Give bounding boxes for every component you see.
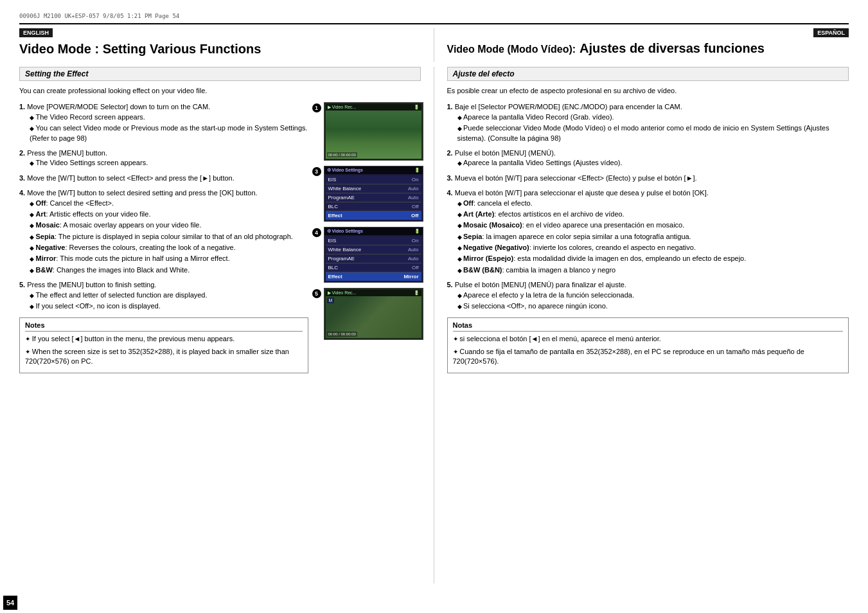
english-note-2: When the screen size is set to 352(352×2… <box>25 347 303 367</box>
step1-bullet2: You can select Video mode or Previous mo… <box>30 123 308 143</box>
spanish-step-2: 2. Pulse el botón [MENU] (MENÚ). Aparece… <box>447 148 849 168</box>
cam-step-1-num: 1 <box>312 103 321 112</box>
es-step4-b-sepia: Sepia: la imagen aparece en color sepia … <box>457 232 849 242</box>
es-step2-text: Pulse el botón [MENU] (MENÚ). <box>455 149 556 157</box>
step4-bullet-bw: B&W: Changes the images into Black and W… <box>30 265 308 275</box>
step4-bullet-mosaic: Mosaic: A mosaic overlay appears on your… <box>30 220 308 230</box>
camera-screens-english: 1 ▶ Video Rec... 🔋 00:00 / 00:00:00 <box>315 102 421 373</box>
cam-step-3-num: 3 <box>312 167 321 176</box>
step5-bullet1: The effect and letter of selected functi… <box>30 290 308 300</box>
step4-num: 4. <box>19 189 25 197</box>
cam-screen-4: 4 ⚙ Video Settings 🔋 EISOn <box>324 227 421 283</box>
step5-bullet2: If you select <Off>, no icon is displaye… <box>30 301 308 311</box>
spanish-title-line2: Ajustes de diversas funciones <box>580 41 765 56</box>
es-step5-text: Pulse el botón [MENU] (MENÚ) para finali… <box>455 281 626 289</box>
step4-bullet-negative: Negative: Reverses the colours, creating… <box>30 243 308 253</box>
spanish-note-2: Cuando se fija el tamaño de pantalla en … <box>453 347 844 367</box>
spanish-notes-box: Notas si selecciona el botón [◄] en el m… <box>447 317 849 373</box>
spanish-step-4: 4. Mueva el botón [W/T] para seleccionar… <box>447 188 849 275</box>
step4-bullet-art: Art: Artistic effects on your video file… <box>30 209 308 219</box>
step4-bullet-mirror: Mirror: This mode cuts the picture in ha… <box>30 254 308 263</box>
es-step4-b-mirror: Mirror (Espejo): esta modalidad divide l… <box>457 254 849 263</box>
english-notes-box: Notes If you select [◄] button in the me… <box>19 317 308 373</box>
page-container: 00906J M2100 UK+ESP-057 9/8/05 1:21 PM P… <box>0 0 868 613</box>
spanish-intro: Es posible crear un efecto de aspecto pr… <box>447 86 849 96</box>
es-step4-text: Mueva el botón [W/T] para seleccionar el… <box>455 189 709 197</box>
english-step-1: 1. Move [POWER/MODE Selector] down to tu… <box>19 102 308 143</box>
step3-num: 3. <box>19 174 25 182</box>
es-step2-b1: Aparece la pantalla Video Settings (Ajus… <box>457 158 849 168</box>
es-step1-b1: Aparece la pantalla Video Record (Grab. … <box>457 112 849 122</box>
spanish-steps: 1. Baje el [Selector POWER/MODE] (ENC./M… <box>447 102 849 373</box>
es-step1-text: Baje el [Selector POWER/MODE] (ENC./MODO… <box>455 103 682 111</box>
spanish-step-5: 5. Pulse el botón [MENU] (MENÚ) para fin… <box>447 280 849 311</box>
step1-num: 1. <box>19 103 25 111</box>
step5-num: 5. <box>19 281 25 289</box>
english-badge: ENGLISH <box>19 28 53 37</box>
step2-num: 2. <box>19 149 25 157</box>
english-column: Setting the Effect You can create profes… <box>19 67 434 583</box>
es-step4-b-negative: Negative (Negativo): invierte los colore… <box>457 243 849 253</box>
spanish-step-3: 3. Mueva el botón [W/T] para seleccionar… <box>447 173 849 183</box>
step1-text: Move [POWER/MODE Selector] down to turn … <box>27 103 210 111</box>
step4-bullet-off: Off: Cancel the <Effect>. <box>30 199 308 208</box>
es-step4-b-art: Art (Arte): efectos artísticos en el arc… <box>457 209 849 219</box>
english-step-3: 3. Move the [W/T] button to select <Effe… <box>19 173 308 183</box>
english-steps: 1. Move [POWER/MODE Selector] down to tu… <box>19 102 308 373</box>
step4-bullet-sepia: Sepia: The picture is displayed in sepia… <box>30 232 308 242</box>
cam-screen-3: 3 ⚙ Video Settings 🔋 EISOn <box>324 166 421 222</box>
cam-screen-5: 5 ▶ Video Rec... 🔋 M 00:00 / 00:00:00 <box>324 288 421 340</box>
spanish-title-line1: Video Mode (Modo Vídeo): <box>447 44 576 55</box>
english-note-1: If you select [◄] button in the menu, th… <box>25 334 303 344</box>
cam-step-4-num: 4 <box>312 228 321 237</box>
english-intro: You can create professional looking effe… <box>19 86 421 96</box>
top-bar: 00906J M2100 UK+ESP-057 9/8/05 1:21 PM P… <box>19 13 849 19</box>
es-step4-b-off: Off: cancela el efecto. <box>457 199 849 208</box>
english-section-header: Setting the Effect <box>19 67 421 81</box>
es-step3-text: Mueva el botón [W/T] para seleccionar <E… <box>455 174 697 182</box>
english-step-2: 2. Press the [MENU] button. The Video Se… <box>19 148 308 168</box>
spanish-column: Ajuste del efecto Es posible crear un ef… <box>434 67 849 583</box>
step1-bullet1: The Video Record screen appears. <box>30 112 308 122</box>
step2-text: Press the [MENU] button. <box>27 149 107 157</box>
english-step-4: 4. Move the [W/T] button to select desir… <box>19 188 308 275</box>
es-step5-b2: Si selecciona <Off>, no aparece ningún i… <box>457 301 849 311</box>
spanish-note-1: si selecciona el botón [◄] en el menú, a… <box>453 334 844 344</box>
page-number: 54 <box>3 596 17 610</box>
step2-bullet1: The Video Settings screen appears. <box>30 158 308 168</box>
english-notes-title: Notes <box>25 321 303 332</box>
es-step5-b1: Aparece el efecto y la letra de la funci… <box>457 290 849 300</box>
cam-step-5-num: 5 <box>312 289 321 298</box>
step5-text: Press the [MENU] button to finish settin… <box>27 281 156 289</box>
step3-text: Move the [W/T] button to select <Effect>… <box>27 174 235 182</box>
es-step1-b2: Puede seleccionar Video Mode (Modo Vídeo… <box>457 123 849 143</box>
es-step4-b-mosaic: Mosaic (Mosaico): en el vídeo aparece un… <box>457 220 849 230</box>
es-step4-b-bw: B&W (B&N): cambia la imagen a blanco y n… <box>457 265 849 275</box>
spanish-notes-title: Notas <box>453 321 844 332</box>
step4-text: Move the [W/T] button to select desired … <box>27 189 257 197</box>
spanish-step-1: 1. Baje el [Selector POWER/MODE] (ENC./M… <box>447 102 849 143</box>
spanish-badge: ESPAÑOL <box>813 28 849 37</box>
cam-screen-1: 1 ▶ Video Rec... 🔋 00:00 / 00:00:00 <box>324 102 421 161</box>
spanish-section-header: Ajuste del efecto <box>447 67 849 81</box>
english-main-title: Video Mode : Setting Various Functions <box>19 41 421 57</box>
english-step-5: 5. Press the [MENU] button to finish set… <box>19 280 308 311</box>
